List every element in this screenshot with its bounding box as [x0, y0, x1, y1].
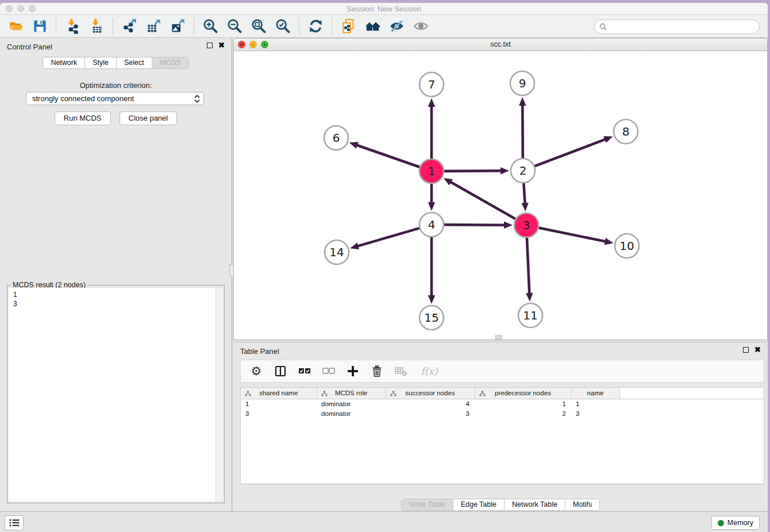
- unchecked-boxes-icon: [322, 367, 335, 375]
- show-columns-button[interactable]: [273, 363, 288, 379]
- column-header-predecessor-nodes[interactable]: predecessor nodes: [475, 388, 571, 399]
- table-toolbar: ⚙ f(x): [240, 360, 764, 383]
- table-row[interactable]: 1dominator411: [241, 399, 764, 408]
- tab-network-table[interactable]: Network Table: [504, 499, 565, 510]
- edge-arrowhead: [500, 167, 509, 174]
- refresh-button[interactable]: [305, 17, 326, 36]
- result-scrollbar[interactable]: [215, 288, 223, 502]
- table-row[interactable]: 3dominator323: [241, 408, 764, 418]
- tab-style[interactable]: Style: [84, 57, 116, 68]
- column-header-name[interactable]: name: [571, 388, 619, 399]
- delete-column-button[interactable]: [369, 363, 384, 379]
- import-network-button[interactable]: [61, 17, 83, 36]
- tab-edge-table[interactable]: Edge Table: [453, 499, 504, 510]
- export-image-button[interactable]: [167, 17, 188, 36]
- checked-boxes-icon: [298, 367, 311, 375]
- clone-network-button[interactable]: [337, 17, 359, 36]
- table-panel: Table Panel ✖ ⚙: [233, 342, 768, 511]
- float-table-panel-icon[interactable]: [743, 347, 749, 353]
- zoom-in-button[interactable]: [199, 17, 221, 36]
- delete-table-icon: [395, 365, 407, 377]
- import-network-icon: [65, 18, 80, 34]
- criterion-dropdown[interactable]: strongly connected component: [26, 92, 204, 105]
- network-canvas[interactable]: 7968124314101511: [234, 51, 767, 340]
- search-icon: [599, 23, 607, 30]
- graph-edge[interactable]: [450, 182, 515, 219]
- tab-select[interactable]: Select: [116, 57, 152, 68]
- deselect-all-button[interactable]: [321, 363, 336, 379]
- zoom-selected-button[interactable]: [272, 17, 294, 36]
- delete-table-button[interactable]: [394, 363, 409, 379]
- fx-icon: f(x): [421, 365, 437, 377]
- result-line: 3: [13, 299, 223, 309]
- show-panels-button[interactable]: [5, 515, 24, 530]
- hide-selected-button[interactable]: [386, 17, 407, 36]
- graph-edge[interactable]: [444, 225, 505, 225]
- graph-edge[interactable]: [444, 171, 502, 171]
- function-builder-button[interactable]: f(x): [418, 363, 441, 379]
- window-title: Session: New Session: [0, 5, 768, 13]
- node-label: 2: [519, 164, 527, 178]
- memory-label: Memory: [727, 519, 753, 527]
- export-table-button[interactable]: [143, 17, 164, 36]
- table-settings-button[interactable]: ⚙: [249, 363, 264, 379]
- export-table-icon: [146, 18, 161, 34]
- zoom-out-button[interactable]: [224, 17, 245, 36]
- first-neighbors-button[interactable]: [361, 17, 383, 36]
- control-panel: Control Panel ✖ Network Style Select MCD…: [0, 38, 232, 511]
- graph-edge[interactable]: [356, 145, 419, 167]
- attribute-type-icon: [245, 391, 251, 398]
- canvas-grip[interactable]: [495, 335, 502, 340]
- select-all-button[interactable]: [297, 363, 312, 379]
- zoom-fit-button[interactable]: [248, 17, 270, 36]
- node-label: 15: [424, 311, 438, 325]
- add-column-button[interactable]: [345, 363, 360, 379]
- column-header-mcds-role[interactable]: MCDS role: [317, 388, 386, 399]
- graph-edge[interactable]: [535, 139, 606, 166]
- column-header-successor-nodes[interactable]: successor nodes: [386, 388, 475, 399]
- table-panel-title: Table Panel: [240, 347, 279, 356]
- mcds-result-group: MCDS result (2 nodes) 1 3: [7, 285, 225, 503]
- graph-edge[interactable]: [539, 228, 606, 241]
- graph-edge[interactable]: [523, 183, 525, 204]
- tab-node-table[interactable]: Node Table: [402, 499, 453, 510]
- edge-arrowhead: [504, 222, 513, 229]
- tab-network[interactable]: Network: [43, 57, 84, 68]
- attribute-type-icon: [321, 391, 328, 398]
- tab-mcds[interactable]: MCDS: [152, 57, 188, 68]
- node-label: 9: [519, 76, 526, 90]
- close-panel-icon[interactable]: ✖: [218, 43, 225, 48]
- column-header-shared-name[interactable]: shared name: [241, 388, 317, 399]
- status-bar: Memory: [0, 511, 768, 532]
- houses-icon: [365, 18, 380, 34]
- toolbar-separator: [56, 18, 56, 34]
- float-panel-icon[interactable]: [207, 43, 213, 48]
- edge-arrowhead: [428, 98, 435, 107]
- search-input[interactable]: [610, 21, 759, 33]
- zoom-selected-icon: [275, 18, 291, 34]
- import-table-button[interactable]: [86, 17, 107, 36]
- node-label: 4: [428, 218, 436, 232]
- node-table: shared name MCDS role successor nodes pr…: [240, 387, 764, 484]
- graph-edge[interactable]: [522, 105, 523, 158]
- close-panel-button[interactable]: Close panel: [120, 111, 178, 125]
- memory-button[interactable]: Memory: [711, 516, 760, 530]
- export-network-button[interactable]: [118, 17, 140, 36]
- network-graph[interactable]: 7968124314101511: [234, 51, 767, 340]
- control-panel-title: Control Panel: [7, 43, 52, 51]
- gear-icon: ⚙: [251, 365, 262, 377]
- tab-motifs[interactable]: Motifs: [565, 499, 599, 510]
- node-label: 7: [428, 78, 436, 91]
- open-session-button[interactable]: [5, 17, 26, 36]
- main-toolbar: [0, 15, 768, 38]
- show-all-button[interactable]: [410, 17, 432, 36]
- close-table-panel-icon[interactable]: ✖: [754, 347, 761, 353]
- toolbar-separator: [113, 18, 113, 34]
- save-session-button[interactable]: [29, 17, 51, 36]
- run-mcds-button[interactable]: Run MCDS: [55, 111, 111, 125]
- chevron-up-down-icon: [193, 94, 201, 103]
- graph-edge[interactable]: [357, 228, 419, 246]
- import-table-icon: [89, 18, 105, 34]
- memory-status-icon: [718, 520, 724, 526]
- graph-edge[interactable]: [527, 238, 529, 294]
